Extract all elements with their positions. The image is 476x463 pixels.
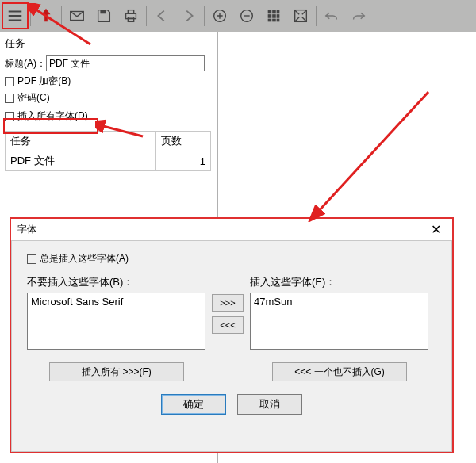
cancel-button[interactable]: 取消 (237, 394, 302, 415)
grid-icon[interactable] (260, 2, 287, 29)
dont-insert-label: 不要插入这些字体(B)： (27, 275, 205, 289)
svg-rect-10 (268, 14, 272, 18)
table-row[interactable]: PDF 文件 1 (6, 151, 211, 171)
title-input[interactable] (46, 55, 205, 71)
svg-rect-8 (272, 10, 276, 14)
pdf-encrypt-checkbox[interactable] (5, 77, 14, 86)
toolbar (0, 0, 476, 32)
fit-icon[interactable] (287, 2, 314, 29)
always-insert-checkbox[interactable] (27, 254, 36, 264)
forward-icon[interactable] (175, 2, 202, 29)
svg-rect-12 (277, 14, 280, 18)
close-icon[interactable]: ✕ (426, 222, 446, 237)
svg-rect-4 (128, 17, 133, 22)
svg-rect-2 (126, 13, 136, 18)
svg-rect-13 (268, 19, 272, 22)
save-icon[interactable] (90, 2, 117, 29)
password-checkbox[interactable] (5, 94, 14, 103)
zoom-out-icon[interactable] (233, 2, 260, 29)
section-label: 任务 (5, 36, 213, 51)
undo-icon[interactable] (318, 2, 345, 29)
dialog-title: 字体 (17, 223, 36, 236)
fonts-dialog: 字体 ✕ 总是插入这些字体(A) 不要插入这些字体(B)： Microsoft … (10, 217, 454, 453)
svg-rect-1 (100, 10, 106, 14)
insert-all-fonts-checkbox[interactable] (5, 112, 14, 121)
insert-none-button[interactable]: <<< 一个也不插入(G) (272, 362, 407, 381)
ok-button[interactable]: 确定 (161, 394, 226, 415)
insert-all-button[interactable]: 插入所有 >>>(F) (49, 362, 184, 381)
pdf-icon[interactable] (33, 2, 60, 29)
list-item[interactable]: Microsoft Sans Serif (31, 296, 202, 308)
task-table: 任务 页数 PDF 文件 1 (5, 131, 211, 171)
svg-rect-7 (268, 10, 272, 14)
insert-all-fonts-label: 插入所有字体(D) (17, 109, 88, 123)
back-icon[interactable] (148, 2, 175, 29)
password-label: 密码(C) (17, 91, 50, 105)
insert-label: 插入这些字体(E)： (250, 275, 428, 289)
svg-rect-9 (277, 10, 280, 14)
move-right-button[interactable]: >>> (212, 294, 244, 312)
dont-insert-listbox[interactable]: Microsoft Sans Serif (27, 293, 205, 350)
title-label: 标题(A)： (5, 57, 46, 71)
print-icon[interactable] (117, 2, 144, 29)
mail-icon[interactable] (63, 2, 90, 29)
pages-cell: 1 (156, 151, 211, 171)
task-cell: PDF 文件 (6, 151, 156, 171)
always-insert-label: 总是插入这些字体(A) (40, 252, 129, 266)
pages-col-header: 页数 (156, 132, 211, 151)
redo-icon[interactable] (345, 2, 372, 29)
list-item[interactable]: 47mSun (254, 296, 424, 308)
zoom-in-icon[interactable] (206, 2, 233, 29)
svg-rect-15 (277, 19, 280, 22)
move-left-button[interactable]: <<< (212, 316, 244, 334)
insert-listbox[interactable]: 47mSun (250, 293, 428, 350)
svg-rect-14 (272, 19, 276, 22)
svg-rect-11 (272, 14, 276, 18)
menu-icon[interactable] (2, 2, 29, 29)
pdf-encrypt-label: PDF 加密(B) (17, 75, 71, 88)
svg-rect-3 (128, 10, 133, 14)
task-col-header: 任务 (6, 132, 156, 151)
